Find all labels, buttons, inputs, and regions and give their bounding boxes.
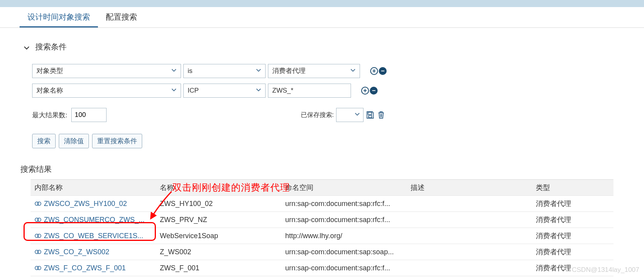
caret-down-icon [171, 84, 177, 97]
internal-name-link[interactable]: ZWS_F_CO_ZWS_F_001 [34, 264, 152, 272]
svg-point-3 [38, 218, 41, 222]
field-dropdown-value: 对象类型 [36, 64, 63, 78]
internal-name-text: ZWS_CO_WEB_SERVICE1S... [44, 232, 143, 240]
trash-icon[interactable] [377, 111, 385, 119]
caret-down-icon [171, 64, 177, 78]
value-dropdown[interactable]: 消费者代理 [268, 64, 360, 78]
svg-point-1 [38, 202, 41, 206]
internal-name-link[interactable]: ZWS_CO_Z_WS002 [34, 248, 152, 256]
results-table: 内部名称 名称 命名空间 描述 类型 ZWSCO_ZWS_HY100_02ZWS… [31, 179, 613, 276]
cell-name: ZWS_PRV_NZ [156, 212, 281, 228]
svg-point-5 [38, 234, 41, 238]
proxy-icon [34, 248, 42, 255]
operator-dropdown[interactable]: is [183, 64, 266, 78]
cell-namespace: urn:sap-com:document:sap:rfc:f... [281, 212, 407, 228]
field-dropdown-value: 对象名称 [36, 84, 63, 97]
operator-dropdown-value: is [188, 64, 192, 78]
caret-down-icon [256, 64, 261, 78]
results-title: 搜索结果 [0, 152, 644, 179]
table-row[interactable]: ZWS_CO_WEB_SERVICE1S...WebService1Soapht… [31, 228, 613, 244]
proxy-icon [34, 232, 42, 239]
remove-criteria-button[interactable]: − [379, 67, 387, 75]
table-row[interactable]: ZWS_CONSUMERCO_ZWS_...ZWS_PRV_NZurn:sap-… [31, 212, 613, 228]
col-namespace[interactable]: 命名空间 [281, 180, 407, 196]
save-icon[interactable] [366, 111, 374, 119]
criteria-row: 对象名称 ICP ZWS_* + − [32, 84, 620, 98]
col-name[interactable]: 名称 [156, 180, 281, 196]
criteria-header[interactable]: 搜索条件 [24, 42, 620, 52]
caret-down-icon [256, 84, 261, 97]
operator-dropdown[interactable]: ICP [183, 84, 266, 98]
add-criteria-button[interactable]: + [361, 87, 369, 95]
saved-search-label: 已保存搜索: [301, 111, 334, 119]
svg-point-7 [38, 250, 41, 254]
cell-namespace: http://www.lhy.org/ [281, 228, 407, 244]
internal-name-text: ZWSCO_ZWS_HY100_02 [44, 200, 127, 208]
cell-namespace: urn:sap-com:document:sap:soap... [281, 244, 407, 260]
cell-description [407, 228, 532, 244]
operator-dropdown-value: ICP [188, 84, 199, 97]
caret-down-icon [350, 64, 356, 78]
cell-type: 消费者代理 [532, 244, 613, 260]
cell-type: 消费者代理 [532, 212, 613, 228]
clear-button[interactable]: 清除值 [59, 134, 89, 148]
cell-description [407, 212, 532, 228]
internal-name-text: ZWS_CO_Z_WS002 [44, 248, 109, 256]
chevron-down-icon [24, 44, 30, 50]
cell-namespace: urn:sap-com:document:sap:rfc:f... [281, 196, 407, 212]
remove-criteria-button[interactable]: − [370, 87, 378, 95]
table-row[interactable]: ZWS_F_CO_ZWS_F_001ZWS_F_001urn:sap-com:d… [31, 260, 613, 276]
add-criteria-button[interactable]: + [370, 67, 378, 75]
title-bar [0, 0, 644, 7]
internal-name-text: ZWS_CONSUMERCO_ZWS_... [44, 216, 145, 224]
criteria-title: 搜索条件 [35, 42, 67, 52]
max-results-input[interactable] [71, 108, 107, 122]
internal-name-link[interactable]: ZWSCO_ZWS_HY100_02 [34, 200, 152, 208]
svg-point-9 [38, 266, 41, 270]
tab-design-time-search[interactable]: 设计时间对象搜索 [20, 7, 98, 27]
cell-description [407, 196, 532, 212]
cell-type: 消费者代理 [532, 228, 613, 244]
col-internal-name[interactable]: 内部名称 [31, 180, 156, 196]
cell-type: 消费者代理 [532, 196, 613, 212]
internal-name-link[interactable]: ZWS_CONSUMERCO_ZWS_... [34, 216, 152, 224]
caret-down-icon [355, 111, 360, 118]
saved-search-dropdown[interactable] [336, 108, 364, 122]
table-row[interactable]: ZWS_CO_Z_WS002Z_WS002urn:sap-com:documen… [31, 244, 613, 260]
value-dropdown-value: 消费者代理 [272, 64, 306, 78]
cell-name: ZWS_HY100_02 [156, 196, 281, 212]
col-type[interactable]: 类型 [532, 180, 613, 196]
search-button[interactable]: 搜索 [32, 134, 56, 148]
cell-name: ZWS_F_001 [156, 260, 281, 276]
proxy-icon [34, 264, 42, 272]
cell-name: WebService1Soap [156, 228, 281, 244]
tab-config-search[interactable]: 配置搜索 [98, 7, 145, 27]
value-input-text: ZWS_* [272, 84, 293, 97]
max-results-label: 最大结果数: [32, 111, 67, 120]
cell-type: 消费者代理 [532, 260, 613, 276]
value-input[interactable]: ZWS_* [268, 84, 351, 98]
reset-button[interactable]: 重置搜索条件 [92, 134, 142, 148]
field-dropdown[interactable]: 对象名称 [32, 84, 181, 98]
cell-namespace: urn:sap-com:document:sap:rfc:f... [281, 260, 407, 276]
internal-name-link[interactable]: ZWS_CO_WEB_SERVICE1S... [34, 232, 152, 240]
col-description[interactable]: 描述 [407, 180, 532, 196]
cell-name: Z_WS002 [156, 244, 281, 260]
proxy-icon [34, 216, 42, 223]
internal-name-text: ZWS_F_CO_ZWS_F_001 [44, 264, 126, 272]
proxy-icon [34, 200, 42, 207]
cell-description [407, 244, 532, 260]
field-dropdown[interactable]: 对象类型 [32, 64, 181, 78]
tab-strip: 设计时间对象搜索 配置搜索 [0, 7, 644, 28]
cell-description [407, 260, 532, 276]
criteria-row: 对象类型 is 消费者代理 + − [32, 64, 620, 78]
table-row[interactable]: ZWSCO_ZWS_HY100_02ZWS_HY100_02urn:sap-co… [31, 196, 613, 212]
